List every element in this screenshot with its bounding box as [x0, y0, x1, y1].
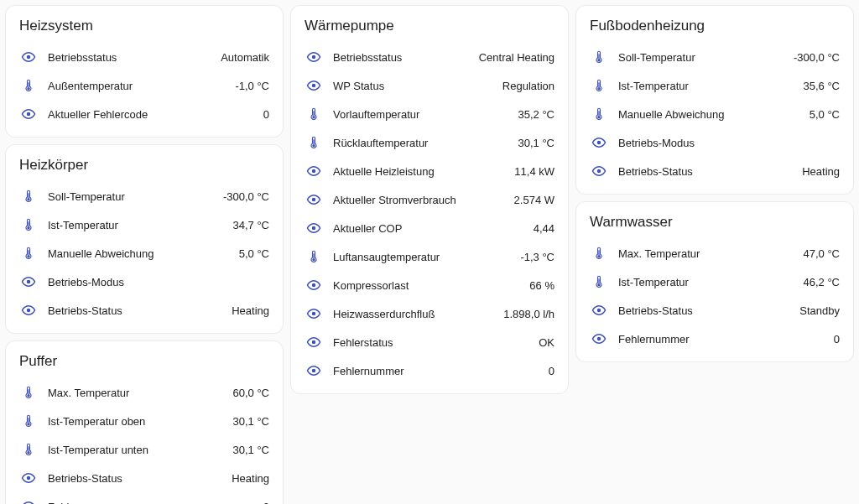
entity-row-aussentemperatur[interactable]: Außentemperatur-1,0 °C	[19, 71, 269, 100]
eye-icon	[305, 306, 323, 321]
thermometer-icon	[305, 107, 323, 122]
entity-row-wp-status[interactable]: WP StatusRegulation	[305, 71, 554, 100]
entity-row-soll-temperatur[interactable]: Soll-Temperatur-300,0 °C	[19, 182, 269, 210]
entity-row-ist-temperatur[interactable]: Ist-Temperatur34,7 °C	[19, 210, 269, 239]
thermometer-icon	[590, 246, 608, 261]
eye-icon	[305, 164, 323, 179]
entity-value: -1,0 °C	[235, 80, 269, 92]
entity-label: Fehlernummer	[618, 333, 834, 346]
entity-value: 35,6 °C	[803, 80, 840, 92]
entity-value: 46,2 °C	[803, 276, 840, 288]
eye-icon	[305, 78, 323, 93]
entity-label: WP Status	[333, 80, 502, 92]
entity-row-ist-temperatur-oben[interactable]: Ist-Temperatur oben30,1 °C	[19, 407, 269, 435]
entity-label: Kompressorlast	[333, 279, 529, 292]
thermometer-icon	[305, 249, 323, 264]
entity-row-ist-temperatur-unten[interactable]: Ist-Temperatur unten30,1 °C	[19, 435, 269, 464]
entity-label: Aktueller COP	[333, 222, 534, 235]
entity-label: Fehlernummer	[333, 365, 549, 377]
entity-label: Soll-Temperatur	[618, 51, 794, 64]
entity-row-kompressorlast[interactable]: Kompressorlast66 %	[305, 271, 554, 299]
entity-row-fehlernummer[interactable]: Fehlernummer0	[590, 325, 840, 353]
entity-label: Betriebs-Modus	[618, 137, 840, 149]
entity-row-ist-temperatur[interactable]: Ist-Temperatur46,2 °C	[590, 268, 840, 296]
entity-row-betriebsstatus[interactable]: BetriebsstatusAutomatik	[19, 43, 269, 71]
entity-row-aktueller-cop[interactable]: Aktueller COP4,44	[305, 214, 554, 242]
entity-value: 60,0 °C	[232, 387, 269, 399]
entity-row-fehlernummer[interactable]: Fehlernummer0	[305, 356, 554, 385]
card-title-heizkoerper: Heizkörper	[19, 157, 269, 174]
entity-value: 35,2 °C	[518, 108, 554, 121]
entity-label: Luftansaugtemperatur	[333, 251, 520, 263]
entity-value: 30,1 °C	[232, 415, 269, 428]
entity-label: Betriebs-Status	[48, 304, 232, 317]
entity-row-ruecklauftemperatur[interactable]: Rücklauftemperatur30,1 °C	[305, 128, 554, 157]
eye-icon	[305, 221, 323, 236]
entity-row-betriebs-status[interactable]: Betriebs-StatusHeating	[590, 157, 840, 185]
entity-row-max-temperatur[interactable]: Max. Temperatur60,0 °C	[19, 378, 269, 407]
entity-row-aktueller-stromverbrauch[interactable]: Aktueller Stromverbrauch2.574 W	[305, 185, 554, 214]
thermometer-icon	[590, 274, 608, 289]
column-2: WärmepumpeBetriebsstatusCentral HeatingW…	[290, 5, 569, 394]
entity-value: 47,0 °C	[803, 247, 840, 260]
entity-label: Aktuelle Heizleistung	[333, 165, 514, 178]
entity-row-aktueller-fehlercode[interactable]: Aktueller Fehlercode0	[19, 100, 269, 128]
entity-row-vorlauftemperatur[interactable]: Vorlauftemperatur35,2 °C	[305, 100, 554, 128]
entity-label: Max. Temperatur	[618, 247, 803, 260]
entity-value: 11,4 kW	[514, 165, 554, 178]
entity-row-soll-temperatur[interactable]: Soll-Temperatur-300,0 °C	[590, 43, 840, 71]
entity-label: Ist-Temperatur	[618, 276, 803, 288]
entity-value: Heating	[232, 472, 269, 485]
thermometer-icon	[305, 135, 323, 150]
entity-label: Betriebs-Status	[618, 165, 802, 178]
entity-row-betriebs-status[interactable]: Betriebs-StatusHeating	[19, 296, 269, 325]
column-3: FußbodenheizungSoll-Temperatur-300,0 °CI…	[575, 5, 854, 362]
entity-label: Soll-Temperatur	[48, 190, 223, 203]
entity-label: Ist-Temperatur	[618, 80, 803, 92]
entity-row-betriebs-modus[interactable]: Betriebs-Modus	[590, 128, 840, 157]
card-title-warmwasser: Warmwasser	[590, 214, 840, 231]
eye-icon	[19, 107, 38, 122]
eye-icon	[19, 303, 38, 318]
entity-value: 1.898,0 l/h	[503, 308, 554, 320]
entity-value: Automatik	[221, 51, 269, 64]
entity-row-ist-temperatur[interactable]: Ist-Temperatur35,6 °C	[590, 71, 840, 100]
entity-row-betriebs-modus[interactable]: Betriebs-Modus	[19, 268, 269, 296]
entity-row-betriebs-status[interactable]: Betriebs-StatusStandby	[590, 296, 840, 325]
card-puffer: PufferMax. Temperatur60,0 °CIst-Temperat…	[5, 340, 284, 504]
entity-value: 0	[549, 365, 554, 377]
entity-label: Aktueller Fehlercode	[48, 108, 263, 121]
entity-row-heizwasserdurchfluss[interactable]: Heizwasserdurchfluß1.898,0 l/h	[305, 299, 554, 328]
entity-label: Manuelle Abweichung	[618, 108, 810, 121]
entity-label: Heizwasserdurchfluß	[333, 308, 503, 320]
entity-row-fehlernummer[interactable]: Fehlernummer0	[19, 492, 269, 504]
entity-row-manuelle-abweichung[interactable]: Manuelle Abweichung5,0 °C	[19, 239, 269, 268]
entity-label: Max. Temperatur	[48, 387, 232, 399]
entity-value: Heating	[232, 304, 269, 317]
thermometer-icon	[590, 49, 608, 65]
entity-value: Standby	[799, 304, 840, 317]
entity-row-aktuelle-heizleistung[interactable]: Aktuelle Heizleistung11,4 kW	[305, 157, 554, 185]
card-title-fussbodenheizung: Fußbodenheizung	[590, 18, 840, 34]
card-warmwasser: WarmwasserMax. Temperatur47,0 °CIst-Temp…	[575, 201, 854, 362]
entity-value: 4,44	[534, 222, 554, 235]
entity-row-manuelle-abweichung[interactable]: Manuelle Abweichung5,0 °C	[590, 100, 840, 128]
entity-label: Betriebs-Status	[618, 304, 799, 317]
entity-label: Betriebsstatus	[48, 51, 221, 64]
eye-icon	[305, 192, 323, 207]
thermometer-icon	[19, 246, 38, 261]
entity-value: OK	[539, 336, 554, 349]
eye-icon	[19, 49, 38, 65]
entity-value: 66 %	[529, 279, 554, 292]
entity-row-betriebs-status[interactable]: Betriebs-StatusHeating	[19, 464, 269, 492]
card-title-puffer: Puffer	[19, 353, 269, 370]
entity-value: Central Heating	[479, 51, 554, 64]
entity-label: Ist-Temperatur unten	[48, 444, 232, 456]
entity-value: 5,0 °C	[239, 247, 269, 260]
entity-row-betriebsstatus[interactable]: BetriebsstatusCentral Heating	[305, 43, 554, 71]
entity-label: Manuelle Abweichung	[48, 247, 239, 260]
entity-label: Betriebs-Modus	[48, 276, 269, 288]
entity-row-max-temperatur[interactable]: Max. Temperatur47,0 °C	[590, 239, 840, 268]
entity-row-fehlerstatus[interactable]: FehlerstatusOK	[305, 328, 554, 356]
entity-row-luftansaugtemperatur[interactable]: Luftansaugtemperatur-1,3 °C	[305, 242, 554, 271]
